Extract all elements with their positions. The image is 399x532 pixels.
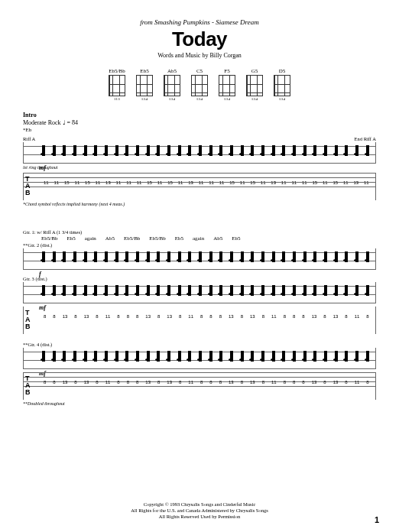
chord-fingering: 134	[219, 97, 235, 101]
chord-diagram: F5 134	[219, 68, 235, 101]
chord-symbol: again	[193, 235, 204, 242]
tab-staff: TAB 881381381188813813811888138138118881…	[23, 372, 376, 400]
chord-name: Ab5	[164, 68, 180, 74]
chord-name: G5	[246, 68, 263, 74]
page-number: 1	[375, 515, 379, 524]
chord-symbol: Eb5	[66, 235, 75, 242]
chord-fingering: 113	[109, 97, 125, 101]
chord-symbol: Eb5/Bb	[41, 235, 57, 242]
chord-grid-icon	[274, 75, 290, 96]
chord-symbol: Eb5	[232, 235, 240, 242]
chord-fingering: 134	[164, 97, 180, 101]
footnote: *Chord symbol reflects implied harmony (…	[23, 202, 376, 206]
chord-fingering: 134	[274, 97, 290, 101]
chord-symbol: Ab5	[105, 235, 115, 242]
end-riff-label: End Riff A	[355, 136, 376, 141]
chord-diagram: Eb5/Bb 113	[109, 68, 125, 101]
chord-fingering: 134	[136, 97, 153, 101]
chord-symbol: Eb5	[175, 235, 183, 242]
copyright-line: Copyright © 1993 Chrysalis Songs and Cin…	[0, 501, 399, 508]
chord-symbol: Ab5	[213, 235, 222, 242]
music-staff: f	[23, 248, 376, 270]
chord-diagram: Ab5 134	[164, 68, 180, 101]
tab-staff: TAB 111115111511131111111511151113111111…	[23, 173, 376, 200]
music-staff: mf	[23, 142, 376, 164]
tab-clef-icon: TAB	[25, 375, 31, 396]
chord-fingering: 134	[246, 97, 263, 101]
chord-diagram: Eb5 134	[136, 68, 153, 101]
intro-markings: Intro Moderate Rock ♩ = 84 *Eb	[23, 112, 376, 133]
tuning-note: *Eb	[23, 127, 376, 133]
chord-symbol: Eb5/Bb	[149, 235, 165, 242]
chord-grid-icon	[136, 75, 153, 96]
tab-clef-icon: TAB	[25, 310, 31, 330]
dynamic-marking: mf	[39, 164, 46, 171]
dynamic-marking: f	[39, 271, 41, 277]
chord-grid-icon	[164, 75, 180, 96]
tempo-marking: Moderate Rock ♩ = 84	[23, 119, 376, 126]
chord-name: Eb5	[136, 68, 153, 74]
chord-fingering: 134	[191, 97, 208, 101]
music-staff: mf	[23, 348, 376, 369]
chord-symbol: Eb5/Bb	[124, 235, 140, 242]
riff-label: Riff A	[23, 136, 35, 141]
chord-grid-icon	[219, 75, 235, 96]
chord-name: F5	[219, 68, 235, 74]
chord-name: D5	[274, 68, 290, 74]
chord-sequence-row: Eb5/BbEb5againAb5Eb5/BbEb5/BbEb5againAb5…	[23, 235, 376, 242]
guitar-3-label: Gtr. 3 (dist.)	[23, 276, 376, 281]
guitar-4-label: **Gtr. 4 (dist.)	[23, 342, 376, 347]
copyright-line: All Rights for the U.S. and Canada Admin…	[0, 508, 399, 514]
tab-clef-icon: TAB	[25, 176, 31, 196]
chord-name: C5	[191, 68, 208, 74]
music-staff: mf	[23, 282, 376, 303]
footnote: **Doubled throughout	[23, 401, 376, 406]
chord-grid-icon	[109, 75, 125, 96]
notation-system-2: Gtr. 1: w/ Riff A (1 3/4 times) Eb5/BbEb…	[23, 229, 376, 406]
chord-diagram-row: Eb5/Bb 113 Eb5 134 Ab5 134 C5 134 F5 134…	[23, 68, 376, 101]
chord-diagram: C5 134	[191, 68, 208, 101]
copyright-line: All Rights Reserved Used by Permission	[0, 514, 399, 520]
guitar-2-label: **Gtr. 2 (dist.)	[23, 242, 376, 248]
chord-diagram: G5 134	[246, 68, 263, 101]
chord-symbol: again	[85, 235, 96, 242]
tab-staff: TAB 881381381188813813811888138138118881…	[23, 307, 376, 334]
chord-diagram: D5 134	[274, 68, 290, 101]
chord-grid-icon	[191, 75, 208, 96]
song-title: Today	[23, 28, 376, 51]
chord-name: Eb5/Bb	[109, 68, 125, 74]
sheet-header: from Smashing Pumpkins - Siamese Dream T…	[23, 18, 376, 59]
source-line: from Smashing Pumpkins - Siamese Dream	[23, 18, 376, 26]
repeat-instruction: Gtr. 1: w/ Riff A (1 3/4 times)	[23, 229, 376, 235]
notation-system-1: Riff A End Riff A mf let ring throughout…	[23, 136, 376, 206]
byline: Words and Music by Billy Corgan	[23, 52, 376, 59]
section-label: Intro	[23, 112, 376, 118]
chord-grid-icon	[246, 75, 263, 96]
copyright-block: Copyright © 1993 Chrysalis Songs and Cin…	[0, 501, 399, 520]
let-ring-label: let ring throughout	[23, 165, 376, 170]
